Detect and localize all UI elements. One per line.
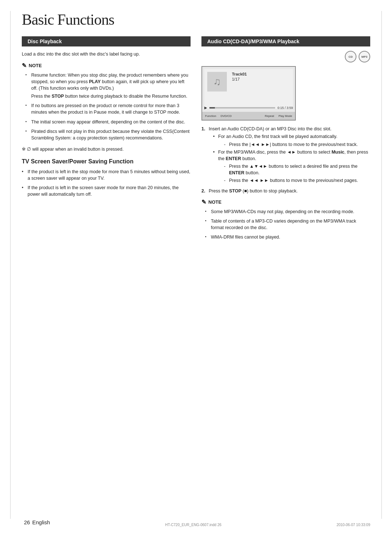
audio-cd-note-item-2: Table of contents of a MP3-CD varies dep… (205, 218, 370, 231)
step-1-num: 1. (201, 126, 205, 132)
note-item-4: Pirated discs will not play in this prod… (25, 128, 191, 141)
progress-area: ▶ 0:15 / 3:59 (204, 106, 293, 110)
step-1-sub-1-dash: Press the |◄◄ ►►| buttons to move to the… (218, 142, 370, 148)
footer-file: HT-C720_EUR_ENG-0607.indd 26 (165, 523, 221, 527)
audio-cd-note: ✎ NOTE Some MP3/WMA-CDs may not play, de… (201, 199, 370, 241)
audio-cd-note-label-row: ✎ NOTE (201, 199, 370, 206)
play-icon: ▶ (204, 106, 207, 110)
col-right: Audio CD(CD-DA)/MP3/WMA Playback CD MP3 … (201, 36, 370, 245)
steps-list: 1. Insert an Audio CD(CD-DA) or an MP3 D… (201, 126, 370, 194)
track-info: Track01 1/17 (232, 72, 247, 81)
cd-badge: CD (345, 51, 356, 62)
step-1-sub-2-dash: Press the ▲▼◄► buttons to select a desir… (218, 163, 370, 184)
page-container: Basic Functions Disc Playback Load a dis… (0, 0, 392, 537)
progress-fill (209, 107, 215, 109)
music-note-box: ♫ (207, 72, 227, 91)
ctrl-play-mode: Play Mode (277, 114, 294, 118)
step-1-sub-1: For an Audio CD, the first track will be… (213, 134, 370, 148)
ctrl-function: Function (204, 114, 218, 118)
track-name: Track01 (232, 72, 247, 76)
audio-cd-note-label-text: NOTE (208, 199, 221, 205)
disc-playback-header: Disc Playback (22, 36, 191, 46)
invalid-note: ※ ∅ will appear when an invalid button i… (22, 146, 191, 152)
track-position: 1/17 (232, 77, 247, 81)
audio-cd-note-icon: ✎ (201, 199, 206, 206)
tv-saver-item-2: If the product is left in the screen sav… (22, 184, 191, 198)
step-1-sub-2-dash-1: Press the ▲▼◄► buttons to select a desir… (224, 163, 370, 176)
col-left: Disc Playback Load a disc into the disc … (22, 36, 191, 245)
page-footer: 26English HT-C720_EUR_ENG-0607.indd 26 2… (22, 516, 370, 527)
disc-playback-intro: Load a disc into the disc slot with the … (22, 51, 191, 58)
footer-date: 2010-06-07 10:33:09 (336, 523, 370, 527)
note-label-row: ✎ NOTE (22, 62, 191, 69)
step-1-sub-bullets: For an Audio CD, the first track will be… (209, 134, 370, 184)
audio-cd-header: Audio CD(CD-DA)/MP3/WMA Playback (201, 36, 370, 46)
step-1: 1. Insert an Audio CD(CD-DA) or an MP3 D… (201, 126, 370, 184)
note-item-3: The initial screen may appear different,… (25, 119, 191, 125)
note-item-2: If no buttons are pressed on the product… (25, 102, 191, 115)
main-content: Disc Playback Load a disc into the disc … (22, 36, 370, 245)
disc-note-list: Resume function: When you stop disc play… (22, 72, 191, 141)
player-controls-bar: Function DVD/CD Repeat Play Mode (202, 112, 295, 120)
border-right (381, 11, 382, 519)
note-icon: ✎ (22, 62, 26, 69)
mp3-badge: MP3 (359, 51, 370, 62)
tv-saver-section: TV Screen Saver/Power Saving Function If… (22, 158, 191, 198)
note-item-1-sub: Press the STOP button twice during playb… (31, 93, 191, 99)
audio-cd-note-list: Some MP3/WMA-CDs may not play, depending… (201, 208, 370, 241)
ctrl-dvd-cd: DVD/CD (219, 114, 233, 118)
progress-bar (209, 107, 275, 109)
page-title: Basic Functions (22, 11, 370, 28)
step-2-num: 2. (201, 188, 205, 194)
border-left (10, 11, 11, 519)
audio-cd-note-item-1: Some MP3/WMA-CDs may not play, depending… (205, 208, 370, 215)
tv-saver-title: TV Screen Saver/Power Saving Function (22, 158, 191, 165)
time-display: 0:15 / 3:59 (277, 106, 293, 110)
disc-badge-row: CD MP3 (201, 51, 370, 62)
note-label-text: NOTE (29, 63, 42, 68)
step-1-sub-2-dash-2: Press the ◄◄ ►► buttons to move to the p… (224, 178, 370, 184)
step-2: 2. Press the STOP (■) button to stop pla… (201, 188, 370, 194)
disc-playback-note: ✎ NOTE Resume function: When you stop di… (22, 62, 191, 152)
tv-saver-item-1: If the product is left in the stop mode … (22, 168, 191, 182)
player-screen: ♫ Track01 1/17 ▶ 0:15 / 3:59 (201, 66, 296, 121)
tv-saver-list: If the product is left in the stop mode … (22, 168, 191, 198)
player-screen-inner: ♫ Track01 1/17 (204, 69, 293, 109)
step-1-sub-1-dash-1: Press the |◄◄ ►►| buttons to move to the… (224, 142, 370, 148)
page-number: 26English (22, 516, 50, 527)
step-1-sub-2: For the MP3/WMA disc, press the ◄► butto… (213, 149, 370, 184)
audio-cd-note-item-3: WMA-DRM files cannot be played. (205, 234, 370, 240)
note-item-1: Resume function: When you stop disc play… (25, 72, 191, 100)
ctrl-repeat: Repeat (263, 114, 275, 118)
